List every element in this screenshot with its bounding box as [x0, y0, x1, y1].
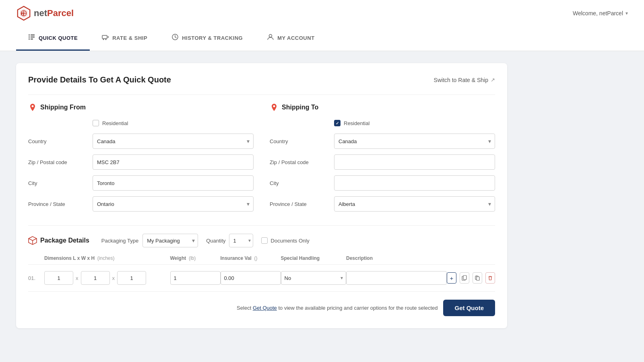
nav-label-quick-quote: QUICK QUOTE	[39, 35, 78, 41]
duplicate-row-button[interactable]	[460, 272, 469, 284]
switch-rate-ship-link[interactable]: Switch to Rate & Ship ↗	[434, 77, 495, 83]
documents-only-row: Documents Only	[261, 237, 310, 244]
shipping-from-city-label: City	[28, 180, 93, 186]
nav-label-history-tracking: HISTORY & TRACKING	[182, 35, 243, 41]
shipping-grid: Shipping From Residential Country Canada…	[28, 103, 495, 217]
welcome-text: Welcome, netParcel	[573, 10, 623, 16]
shipping-to-province-label: Province / State	[270, 201, 334, 207]
shipping-to-country-select-wrap: Canada United States	[334, 134, 495, 149]
shipping-from-residential-row: Residential	[93, 120, 254, 126]
shipping-to-province-select[interactable]: Alberta British Columbia Ontario Quebec	[334, 196, 495, 212]
th-insurance: Insurance Val ()	[221, 255, 281, 261]
shipping-from-title: Shipping From	[28, 103, 254, 112]
svg-rect-11	[31, 39, 33, 39]
shipping-to-province-row: Province / State Alberta British Columbi…	[270, 196, 495, 212]
shipping-from-country-select[interactable]: Canada United States	[93, 134, 254, 149]
weight-input[interactable]	[170, 271, 221, 285]
get-quote-link[interactable]: Get Quote	[253, 305, 277, 311]
quantity-row: Quantity 1 2 3	[206, 234, 253, 247]
get-quote-button[interactable]: Get Quote	[443, 300, 495, 316]
documents-only-checkbox[interactable]	[261, 237, 268, 244]
shipping-from-country-row: Country Canada United States	[28, 134, 254, 149]
row-description	[346, 271, 447, 285]
nav-item-my-account[interactable]: MY ACCOUNT	[255, 26, 326, 51]
shipping-to-city-row: City	[270, 175, 495, 191]
footer-bar: Select Get Quote to view the available p…	[28, 291, 495, 316]
dim-height-input[interactable]	[117, 271, 146, 285]
svg-point-15	[105, 39, 107, 40]
shipping-from-province-select[interactable]: Ontario Alberta British Columbia Quebec	[93, 196, 254, 212]
header: n netParcel Welcome, netParcel ▾	[0, 0, 644, 26]
packaging-type-label: Packaging Type	[101, 238, 138, 244]
shipping-to-title: Shipping To	[270, 103, 495, 112]
special-handling-select[interactable]: No Yes	[281, 271, 347, 285]
quantity-select[interactable]: 1 2 3	[229, 234, 253, 247]
row-weight	[170, 271, 221, 285]
shipping-to-residential-checkbox[interactable]	[334, 120, 341, 126]
packaging-type-select-wrap: My Packaging FedEx Envelope FedEx Box	[142, 234, 198, 247]
row-special-handling: No Yes	[281, 271, 347, 285]
packaging-type-select[interactable]: My Packaging FedEx Envelope FedEx Box	[142, 234, 198, 247]
my-account-icon	[267, 33, 274, 42]
th-special-handling: Special Handling	[281, 255, 347, 261]
shipping-to-zip-input[interactable]	[334, 154, 495, 170]
svg-rect-7	[31, 35, 35, 35]
quantity-select-wrap: 1 2 3	[229, 234, 253, 247]
shipping-to-city-input[interactable]	[334, 175, 495, 191]
nav-item-history-tracking[interactable]: HISTORY & TRACKING	[159, 26, 255, 51]
shipping-from-residential-checkbox[interactable]	[93, 120, 99, 126]
external-link-icon: ↗	[491, 77, 495, 83]
svg-rect-22	[463, 276, 466, 280]
insurance-input[interactable]	[221, 271, 281, 285]
row-insurance	[221, 271, 281, 285]
divider	[28, 95, 495, 95]
add-row-button[interactable]: +	[447, 272, 456, 284]
svg-line-18	[29, 239, 33, 241]
shipping-from-zip-row: Zip / Postal code	[28, 154, 254, 170]
packaging-type-row: Packaging Type My Packaging FedEx Envelo…	[101, 234, 198, 247]
shipping-to-country-label: Country	[270, 138, 334, 144]
x-separator-1: x	[76, 275, 78, 281]
x-separator-2: x	[112, 275, 115, 281]
nav-item-rate-ship[interactable]: RATE & SHIP	[90, 26, 159, 51]
svg-point-14	[103, 39, 104, 40]
package-details-section: Package Details Packaging Type My Packag…	[28, 234, 495, 316]
shipping-from-country-label: Country	[28, 138, 93, 144]
shipping-from-zip-label: Zip / Postal code	[28, 159, 93, 165]
description-input[interactable]	[346, 271, 447, 285]
svg-line-19	[33, 239, 37, 241]
shipping-to-country-select[interactable]: Canada United States	[334, 134, 495, 149]
package-row-1: 01. x x No	[28, 269, 495, 287]
shipping-from-city-row: City	[28, 175, 254, 191]
shipping-to-section: Shipping To Residential Country Canada U…	[270, 103, 495, 217]
package-details-title: Package Details	[28, 236, 89, 245]
quick-quote-icon	[28, 33, 35, 42]
delete-row-button[interactable]	[485, 272, 495, 284]
th-description: Description	[346, 255, 447, 261]
svg-point-17	[269, 35, 272, 37]
shipping-from-city-input[interactable]	[93, 175, 254, 191]
row-number: 01.	[28, 275, 44, 281]
dim-width-input[interactable]	[81, 271, 110, 285]
clone-row-button[interactable]	[473, 272, 482, 284]
footer-instructions: Select Get Quote to view the available p…	[237, 305, 438, 311]
welcome-area[interactable]: Welcome, netParcel ▾	[573, 10, 628, 16]
shipping-from-zip-input[interactable]	[93, 154, 254, 170]
shipping-from-province-select-wrap: Ontario Alberta British Columbia Quebec	[93, 196, 254, 212]
shipping-to-city-label: City	[270, 180, 334, 186]
svg-rect-8	[29, 37, 30, 37]
logo-icon: n	[16, 6, 31, 21]
rate-ship-icon	[102, 33, 109, 42]
nav-item-quick-quote[interactable]: QUICK QUOTE	[16, 26, 90, 51]
package-icon	[28, 236, 37, 245]
shipping-to-zip-row: Zip / Postal code	[270, 154, 495, 170]
documents-only-label: Documents Only	[271, 238, 310, 244]
shipping-to-zip-label: Zip / Postal code	[270, 159, 334, 165]
svg-rect-12	[102, 35, 107, 39]
shipping-from-province-label: Province / State	[28, 201, 93, 207]
page-title: Provide Details To Get A Quick Quote	[28, 75, 171, 84]
history-tracking-icon	[171, 33, 179, 42]
special-handling-select-wrap: No Yes	[281, 271, 347, 285]
quick-quote-card: Provide Details To Get A Quick Quote Swi…	[16, 63, 507, 328]
dim-length-input[interactable]	[44, 271, 73, 285]
